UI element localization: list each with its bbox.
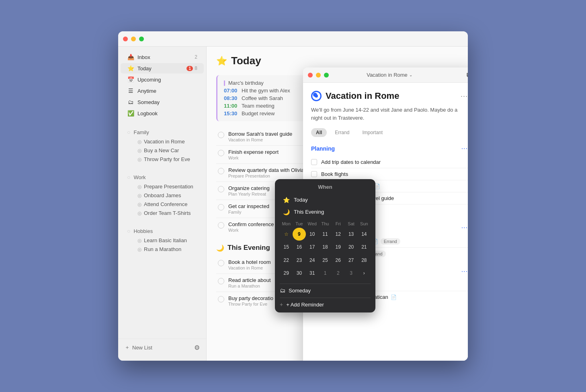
calendar-cell[interactable]: 30 (293, 267, 305, 280)
filter-all-button[interactable]: All (311, 128, 327, 137)
calendar-cell[interactable]: ☆ (280, 228, 293, 241)
things-to-do-more-button[interactable]: ··· (461, 268, 468, 275)
maximize-button[interactable] (139, 37, 144, 41)
detail-min-button[interactable] (316, 73, 321, 78)
task-checkbox[interactable] (218, 222, 224, 229)
sidebar-item-buy-car[interactable]: ◎ Buy a New Car (121, 146, 204, 155)
calendar-cell[interactable]: 25 (319, 253, 332, 266)
detail-max-button[interactable] (324, 73, 329, 78)
detail-description: We'll go from June 14-22 and visit Jane … (311, 106, 468, 122)
run-marathon-label: Run a Marathon (144, 246, 181, 252)
detail-task: Add trip dates to calendar (311, 156, 468, 168)
sidebar-item-learn-italian[interactable]: ◎ Learn Basic Italian (121, 236, 204, 245)
sidebar-item-prepare-presentation[interactable]: ◎ Prepare Presentation (121, 182, 204, 191)
sidebar-item-onboard-james[interactable]: ◎ Onboard James (121, 191, 204, 200)
sidebar-item-inbox[interactable]: 📥 Inbox 2 (121, 52, 204, 62)
detail-project-title: Vacation in Rome (326, 91, 399, 101)
planning-more-button[interactable]: ··· (461, 145, 468, 152)
when-popup: When ⭐ Today 🌙 This Evening Mon Tue Wed … (275, 179, 375, 312)
calendar-cell[interactable]: 24 (306, 253, 319, 266)
calendar-cell[interactable]: 17 (306, 241, 319, 253)
task-checkbox[interactable] (218, 132, 224, 138)
schedule-text-2: Team meeting (242, 103, 275, 109)
filter-icon[interactable]: ⚙ (194, 344, 200, 351)
new-list-label: New List (132, 345, 152, 351)
calendar-cell[interactable]: 1 (319, 267, 332, 280)
title-bar: ⧉ (118, 31, 468, 47)
calendar-cell[interactable]: 10 (306, 228, 319, 241)
calendar-cell[interactable]: 29 (280, 267, 293, 280)
sidebar-item-upcoming[interactable]: 📅 Upcoming (121, 74, 204, 85)
upcoming-label: Upcoming (137, 77, 197, 83)
calendar-next-button[interactable]: › (358, 267, 371, 280)
calendar-cell[interactable]: 28 (358, 253, 371, 266)
calendar-cell[interactable]: 27 (344, 253, 357, 266)
calendar-cell[interactable]: 18 (319, 241, 332, 253)
family-group-header: ○ Family (121, 127, 204, 137)
calendar-cell[interactable]: 20 (344, 241, 357, 253)
chevron-down-icon: ⌄ (409, 73, 412, 77)
task-checkbox[interactable] (311, 171, 317, 177)
sidebar-item-anytime[interactable]: ☰ Anytime (121, 86, 204, 96)
when-today-option[interactable]: ⭐ Today (280, 194, 371, 206)
project-icon: ◎ (137, 193, 141, 198)
calendar-cell[interactable]: 21 (358, 241, 371, 253)
someday-icon: 🗂 (127, 98, 134, 106)
calendar-cell[interactable]: 16 (293, 241, 305, 253)
calendar-cell[interactable]: 15 (280, 241, 293, 253)
sidebar-item-run-marathon[interactable]: ◎ Run a Marathon (121, 245, 204, 253)
hobbies-group-header: ○ Hobbies (121, 226, 204, 236)
sidebar-item-today[interactable]: ⭐ Today 1 8 (121, 63, 204, 74)
close-button[interactable] (123, 37, 128, 41)
today-header: ⭐ Today (216, 55, 458, 67)
calendar-cell[interactable]: 13 (344, 228, 357, 241)
task-checkbox[interactable] (218, 204, 224, 210)
today-title: Today (231, 55, 261, 67)
calendar-cell[interactable]: 31 (306, 267, 319, 280)
project-icon: ◎ (137, 139, 141, 145)
task-checkbox[interactable] (311, 159, 317, 165)
calendar-cell[interactable]: 2 (332, 267, 344, 280)
sidebar-item-vacation-in-rome[interactable]: ◎ Vacation in Rome (121, 137, 204, 146)
calendar-cell[interactable]: 11 (319, 228, 332, 241)
filter-errand-button[interactable]: Errand (330, 128, 354, 137)
family-label: Family (133, 129, 149, 135)
calendar-cell-today[interactable]: 9 (293, 228, 305, 241)
project-icon: ◎ (137, 210, 141, 216)
task-checkbox[interactable] (218, 150, 224, 156)
calendar-cell[interactable]: 26 (332, 253, 344, 266)
more-options-button[interactable]: ··· (461, 92, 468, 100)
calendar-row: ☆ 9 10 11 12 13 14 (280, 228, 371, 241)
calendar-cell[interactable]: 22 (280, 253, 293, 266)
new-list-button[interactable]: ＋ New List (125, 342, 152, 353)
calendar-row: 22 23 24 25 26 27 28 (280, 253, 371, 266)
sidebar-item-attend-conference[interactable]: ◎ Attend Conference (121, 200, 204, 208)
sidebar-item-throw-party[interactable]: ◎ Throw Party for Eve (121, 155, 204, 163)
sidebar-footer: ＋ New List ⚙ (118, 339, 206, 356)
calendar-cell[interactable]: 12 (332, 228, 344, 241)
things-to-buy-more-button[interactable]: ··· (461, 224, 468, 231)
task-checkbox[interactable] (218, 278, 224, 284)
someday-icon: 🗂 (280, 287, 285, 294)
sidebar-item-someday[interactable]: 🗂 Someday (121, 97, 204, 107)
schedule-time-2: 11:00 (224, 103, 238, 109)
calendar-cell[interactable]: 3 (344, 267, 357, 280)
task-checkbox[interactable] (218, 296, 224, 302)
project-icon: ◎ (137, 202, 141, 207)
calendar-cell[interactable]: 23 (293, 253, 305, 266)
minimize-button[interactable] (131, 37, 136, 41)
filter-important-button[interactable]: Important (357, 128, 387, 137)
when-evening-option[interactable]: 🌙 This Evening (280, 206, 371, 218)
calendar-row: 29 30 31 1 2 3 › (280, 267, 371, 280)
day-sun: Sun (358, 221, 371, 226)
task-checkbox[interactable] (218, 186, 224, 192)
sidebar-item-logbook[interactable]: ✅ Logbook (121, 108, 204, 118)
calendar-cell[interactable]: 19 (332, 241, 344, 253)
sidebar-item-order-tshirts[interactable]: ◎ Order Team T-Shirts (121, 209, 204, 217)
task-checkbox[interactable] (218, 168, 224, 174)
when-add-reminder-option[interactable]: + + Add Reminder (280, 298, 371, 308)
when-someday-option[interactable]: 🗂 Someday (280, 284, 371, 294)
calendar-cell[interactable]: 14 (358, 228, 371, 241)
task-checkbox[interactable] (218, 260, 224, 266)
detail-close-button[interactable] (308, 73, 313, 78)
